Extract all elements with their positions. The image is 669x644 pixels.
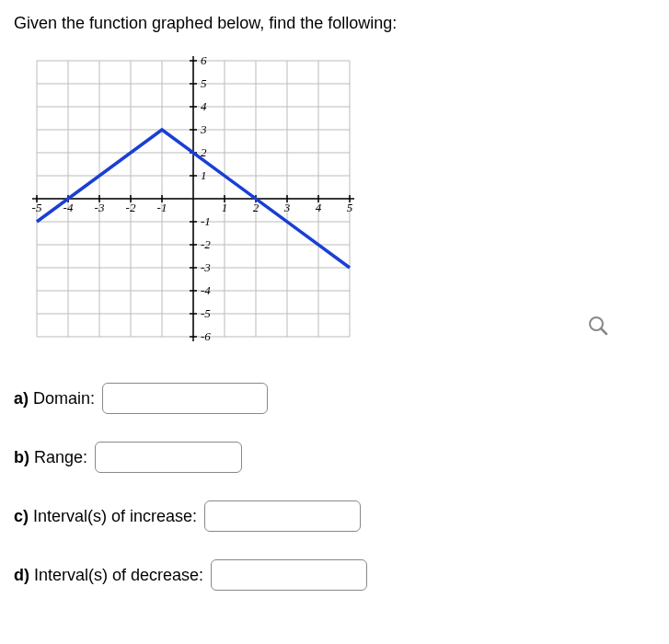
range-input[interactable] xyxy=(95,442,242,473)
increase-input[interactable] xyxy=(204,500,361,532)
problem-prompt: Given the function graphed below, find t… xyxy=(14,14,655,33)
svg-text:5: 5 xyxy=(347,201,353,214)
svg-text:2: 2 xyxy=(253,201,260,214)
question-d-label: d) Interval(s) of decrease: xyxy=(14,566,203,585)
question-b: b) Range: xyxy=(14,442,655,473)
svg-text:3: 3 xyxy=(200,122,207,136)
zoom-icon[interactable] xyxy=(587,315,609,337)
question-a-label: a) Domain: xyxy=(14,389,95,408)
svg-text:-3: -3 xyxy=(201,260,211,274)
svg-line-71 xyxy=(601,328,606,334)
domain-input[interactable] xyxy=(102,383,268,414)
svg-text:-2: -2 xyxy=(201,237,211,251)
question-b-label: b) Range: xyxy=(14,448,87,467)
svg-text:-6: -6 xyxy=(201,329,211,343)
svg-text:-4: -4 xyxy=(201,283,211,297)
svg-text:3: 3 xyxy=(283,201,291,214)
svg-text:4: 4 xyxy=(201,99,207,113)
question-a: a) Domain: xyxy=(14,383,655,414)
svg-text:6: 6 xyxy=(201,53,207,67)
svg-text:-5: -5 xyxy=(201,306,211,320)
question-c-label: c) Interval(s) of increase: xyxy=(14,507,197,526)
svg-text:-5: -5 xyxy=(32,201,42,214)
svg-text:4: 4 xyxy=(316,201,322,214)
svg-text:-1: -1 xyxy=(157,201,167,214)
question-d: d) Interval(s) of decrease: xyxy=(14,559,655,591)
svg-text:1: 1 xyxy=(222,201,228,214)
decrease-input[interactable] xyxy=(211,559,367,591)
function-graph: -5-4-3-2-112345-6-5-4-3-2-1123456 xyxy=(28,52,359,346)
svg-text:-2: -2 xyxy=(126,201,136,214)
question-c: c) Interval(s) of increase: xyxy=(14,500,655,532)
graph-container: -5-4-3-2-112345-6-5-4-3-2-1123456 xyxy=(28,52,655,346)
svg-text:-3: -3 xyxy=(95,201,105,214)
svg-text:1: 1 xyxy=(201,168,207,182)
svg-text:5: 5 xyxy=(201,76,207,90)
svg-text:-1: -1 xyxy=(201,214,211,228)
